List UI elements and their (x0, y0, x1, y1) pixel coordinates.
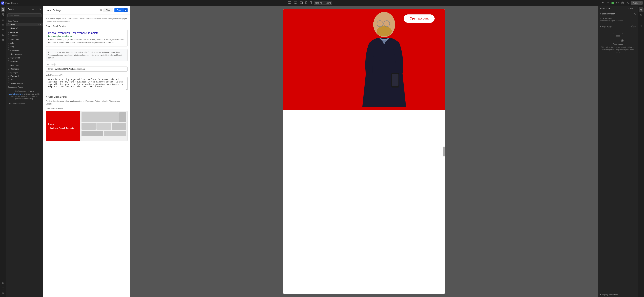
serp-section-label: Search Result Preview (46, 25, 128, 27)
title-tag-help[interactable]: ? (53, 63, 56, 66)
page-item-home[interactable]: Home ⌂ ▶ (6, 23, 43, 26)
page-item-search-results[interactable]: Search Results (6, 81, 43, 85)
og-preview: banca — Bank and Fintech Template (46, 111, 128, 141)
page-trigger-browser-icon (616, 35, 620, 39)
settings-save-btn[interactable]: Save (114, 8, 124, 12)
svg-rect-0 (288, 1, 291, 3)
meta-desc-help[interactable]: ? (60, 74, 62, 76)
svg-rect-59 (8, 60, 9, 62)
canvas-frame: Open account (283, 9, 445, 294)
og-settings-section: ▼ Open Graph Settings The info that show… (46, 93, 128, 141)
add-page-btn[interactable] (35, 7, 38, 11)
page-item-licenses[interactable]: Licenses (6, 60, 43, 63)
nav-style-btn[interactable] (1, 17, 6, 22)
page-label: Page: (6, 2, 10, 4)
og-mock-person (119, 112, 126, 122)
device-desktop-xl[interactable] (287, 1, 292, 5)
og-settings-header[interactable]: ▼ Open Graph Settings (46, 96, 128, 98)
export-btn[interactable] (621, 1, 624, 5)
svg-rect-84 (642, 20, 642, 21)
page-doc-icon (8, 23, 10, 26)
device-mobile[interactable] (309, 1, 312, 5)
publish-btn[interactable]: Publish ▾ (631, 1, 643, 5)
page-trigger-header[interactable]: ▼ Page trigger ? + (598, 24, 638, 29)
page-item-home-v2[interactable]: Home v2 (6, 26, 43, 30)
element-trigger-help[interactable]: ? (634, 12, 636, 15)
settings-close-btn[interactable]: Close (104, 8, 113, 12)
meta-desc-textarea[interactable] (46, 77, 128, 90)
font-btn[interactable] (626, 1, 630, 5)
page-trigger-add-btn[interactable]: + (634, 25, 636, 28)
page-trigger-help[interactable]: ? (632, 25, 634, 28)
page-loading-icon: ● (17, 2, 18, 4)
svg-point-30 (2, 29, 4, 30)
svg-point-7 (301, 3, 301, 3)
element-trigger-header[interactable]: ▼ Element trigger ? (598, 11, 638, 16)
zoom-value: 100 (326, 2, 328, 4)
main-layout: Pages ✕ Static Pages Home (0, 6, 644, 297)
canvas-resize-handle[interactable] (443, 146, 445, 157)
page-settings-icon[interactable]: ▶ (40, 24, 41, 25)
svg-rect-58 (8, 57, 9, 58)
svg-rect-22 (3, 13, 4, 15)
undo-btn[interactable] (601, 1, 605, 5)
og-mock-extra-1 (82, 131, 104, 136)
no-ecommerce-title: No Ecommerce Pages (8, 90, 41, 92)
device-tablet-land[interactable] (299, 1, 304, 5)
device-desktop[interactable] (293, 1, 298, 5)
svg-point-78 (616, 36, 616, 36)
page-item-start-here[interactable]: Start Here (6, 63, 43, 67)
page-indicator: W Page: Home ● (1, 1, 18, 4)
add-folder-btn[interactable] (32, 7, 34, 11)
svg-point-32 (2, 35, 3, 36)
settings-tab-btn[interactable] (639, 13, 644, 17)
nav-cms-btn[interactable] (1, 27, 6, 32)
page-item-autoloan[interactable]: Auto Loan (6, 37, 43, 41)
nav-logic-btn[interactable] (1, 38, 6, 42)
settings-header-actions: Close Save ▾ (100, 8, 128, 12)
interactions-title: Interactions (600, 7, 628, 10)
nav-search-btn[interactable] (1, 281, 6, 286)
settings-save-dropdown[interactable]: ▾ (124, 8, 128, 12)
enable-ecommerce-link[interactable]: Enable Ecommerce (8, 93, 23, 95)
og-mock-logo: banca (48, 123, 78, 126)
nav-a11y-btn[interactable] (1, 286, 6, 291)
title-tag-input[interactable] (46, 66, 128, 71)
lightning-tab-btn[interactable] (639, 23, 644, 28)
page-item-about[interactable]: About Us (6, 30, 43, 34)
nav-assets-btn[interactable] (1, 22, 6, 27)
svg-text:banca: banca (50, 123, 54, 125)
code-toggle-btn[interactable] (616, 1, 620, 5)
nav-add-btn[interactable] (1, 12, 6, 17)
page-trigger-check-icon: ✓ (621, 39, 624, 42)
canvas-area: Open account (130, 6, 598, 297)
svg-rect-57 (8, 53, 9, 55)
og-collapse-arrow: ▼ (46, 96, 48, 98)
redo-btn[interactable] (606, 1, 610, 5)
interactions-tab-btn[interactable] (639, 7, 644, 12)
page-item-blog[interactable]: Blog (6, 45, 43, 48)
meta-description-group: Meta Description ? (46, 74, 128, 91)
page-item-404[interactable]: 404 (6, 78, 43, 81)
device-tablet[interactable] (304, 1, 308, 5)
settings-copy-btn[interactable] (100, 9, 102, 12)
svg-point-29 (3, 24, 4, 25)
page-item-style-guide[interactable]: Style Guide (6, 56, 43, 60)
page-item-password[interactable]: Password (6, 74, 43, 78)
home-icon: ⌂ (38, 24, 39, 25)
page-item-services[interactable]: Services (6, 34, 43, 37)
webflow-logo: W (1, 1, 4, 4)
page-item-open-account[interactable]: Open Account (6, 52, 43, 56)
page-item-jobs[interactable]: Jobs (6, 41, 43, 45)
nav-pages-btn[interactable] (1, 7, 6, 12)
page-item-changelog[interactable]: Changelog (6, 67, 43, 71)
pages-search-input[interactable] (8, 13, 42, 17)
page-item-contact[interactable]: Contact Us (6, 48, 43, 52)
page-name-blog: Blog (10, 46, 41, 48)
nav-settings-btn[interactable] (1, 291, 6, 296)
pages-close-btn[interactable]: ✕ (39, 8, 41, 10)
no-ecommerce-section: No Ecommerce Pages Enable Ecommerce for … (6, 88, 43, 102)
clean-up-btn[interactable]: Clean up (628, 7, 636, 9)
nav-ecomm-btn[interactable] (1, 32, 6, 37)
analytics-tab-btn[interactable] (639, 18, 644, 23)
